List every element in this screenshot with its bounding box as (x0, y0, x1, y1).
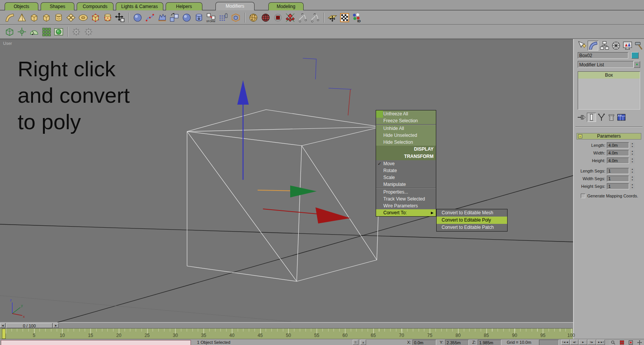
menu-item-properties[interactable]: Properties... (376, 189, 436, 196)
edit-patch-icon[interactable] (309, 12, 320, 23)
zoom-icon[interactable] (609, 340, 617, 345)
width-segs-spinner[interactable]: ▲▼ (630, 176, 635, 182)
configure-modifier-sets-icon[interactable] (617, 113, 626, 122)
spray-icon[interactable] (218, 12, 229, 23)
menu-item-hide-unselected[interactable]: Hide Unselected (376, 132, 436, 139)
modify-tab-icon[interactable] (588, 41, 598, 51)
menu-item-rotate[interactable]: Rotate (376, 167, 436, 174)
tab-lights-cameras[interactable]: Lights & Cameras (116, 2, 163, 10)
y-coord-field[interactable]: 2.355m (445, 340, 469, 345)
camera-map-icon[interactable] (260, 12, 271, 23)
x-coord-field[interactable]: 0.0m (412, 340, 436, 345)
menu-item-convert-editable-patch[interactable]: Convert to Editable Patch (437, 224, 507, 231)
edit-spline-icon[interactable] (297, 12, 308, 23)
menu-item-freeze-selection[interactable]: Freeze Selection (376, 117, 436, 124)
rollout-collapse-button[interactable]: - (578, 134, 582, 138)
menu-header-transform[interactable]: TRANSFORM (376, 153, 436, 160)
menu-item-hide-selection[interactable]: Hide Selection (376, 139, 436, 146)
playback-button[interactable]: ►►I (596, 340, 605, 345)
xform-gizmo-icon[interactable] (114, 12, 126, 23)
parameters-rollout-header[interactable]: - Parameters (577, 133, 641, 140)
show-end-result-icon[interactable] (587, 113, 596, 122)
unwrap-uvw-icon[interactable] (339, 12, 350, 23)
noise-icon[interactable] (41, 12, 52, 23)
width-spinner[interactable]: ▲▼ (630, 150, 635, 156)
next-frame-button[interactable]: ► (53, 323, 59, 328)
motion-tab-icon[interactable] (611, 41, 621, 51)
move-gizmo[interactable] (237, 80, 350, 223)
display-tab-icon[interactable] (622, 41, 633, 51)
menu-header-display[interactable]: DISPLAY (376, 146, 436, 153)
menu-item-unhide-all[interactable]: Unhide All (376, 125, 436, 132)
height-field[interactable]: 4.0m (607, 158, 629, 164)
playback-button[interactable]: ◄I (570, 340, 578, 345)
spherify-icon[interactable] (181, 12, 192, 23)
gizmo-y-arrowhead[interactable] (290, 186, 317, 197)
zoom-extents-icon[interactable] (626, 340, 635, 345)
menu-item-unfreeze-all[interactable]: Unfreeze All (376, 110, 436, 117)
material-id-icon[interactable] (351, 12, 363, 23)
menu-item-scale[interactable]: Scale (376, 174, 436, 181)
length-field[interactable]: 4.0m (607, 142, 629, 148)
relax-icon[interactable] (65, 12, 77, 23)
tab-modifiers[interactable]: Modifiers (215, 2, 255, 10)
stretch-icon[interactable] (53, 12, 64, 23)
pin-stack-icon[interactable] (577, 113, 586, 122)
pivot-point-icon[interactable] (16, 26, 28, 38)
utilities-tab-icon[interactable] (634, 41, 644, 51)
render-preview-icon[interactable] (53, 26, 64, 38)
xform-icon[interactable] (205, 12, 217, 23)
lattice-cylinder-icon[interactable] (102, 12, 113, 23)
maxscript-mini-listener[interactable] (1, 340, 191, 345)
selection-lock-icon[interactable]: ⚿ (353, 340, 358, 345)
menu-item-convert-editable-mesh[interactable]: Convert to Editable Mesh (437, 209, 507, 217)
zoom-all-icon[interactable] (618, 340, 626, 345)
generate-mapping-coords-checkbox[interactable] (581, 194, 585, 198)
box-wireframe[interactable] (187, 110, 381, 281)
width-segs-field[interactable]: 1 (607, 176, 629, 182)
angle-snap-icon[interactable] (28, 26, 40, 38)
vertex-paint-icon[interactable] (272, 12, 284, 23)
absolute-mode-icon[interactable]: a (360, 340, 366, 345)
remove-modifier-icon[interactable] (607, 113, 616, 122)
track-bar-frame-indicator[interactable] (2, 329, 6, 339)
make-unique-icon[interactable] (597, 113, 606, 122)
menu-item-manipulate[interactable]: Manipulate (376, 181, 436, 188)
tab-helpers[interactable]: Helpers (166, 2, 202, 10)
mirror-icon[interactable] (169, 12, 180, 23)
tab-modeling[interactable]: Modeling (268, 2, 304, 10)
ripple-icon[interactable] (77, 12, 89, 23)
squeeze-icon[interactable] (193, 12, 205, 23)
spline-ik-icon[interactable] (144, 12, 156, 23)
track-bar[interactable]: 5101520253035404550556065707580859095100 (0, 328, 573, 339)
gizmo-x-arrowhead[interactable] (315, 207, 350, 223)
uvw-map-icon[interactable] (327, 12, 338, 23)
create-tab-icon[interactable] (576, 41, 587, 51)
dropdown-arrow-icon[interactable]: ▼ (634, 61, 640, 68)
wire-box-icon[interactable] (4, 26, 15, 38)
width-field[interactable]: 4.0m (607, 150, 629, 156)
playback-button[interactable]: I► (588, 340, 596, 345)
hierarchy-tab-icon[interactable] (599, 41, 610, 51)
object-name-field[interactable]: Box02 (578, 52, 628, 59)
tab-objects[interactable]: Objects (5, 2, 38, 10)
height-spinner[interactable]: ▲▼ (630, 158, 635, 164)
modifier-stack[interactable]: Box (578, 71, 640, 110)
length-segs-field[interactable]: 1 (607, 168, 629, 174)
tab-compounds[interactable]: Compounds (77, 2, 113, 10)
z-coord-field[interactable]: 1.985m (478, 340, 501, 345)
menu-item-convert-editable-poly[interactable]: Convert to Editable Poly (437, 217, 507, 224)
menu-item-move[interactable]: ✓ Move (376, 160, 436, 167)
pan-icon[interactable] (635, 340, 644, 345)
tab-shapes[interactable]: Shapes (41, 2, 74, 10)
modifier-list-dropdown[interactable]: Modifier List (578, 61, 634, 68)
taper-icon[interactable] (16, 12, 28, 23)
gizmo-z-arrowhead[interactable] (237, 80, 249, 105)
camera-correct-icon[interactable] (132, 12, 143, 23)
length-segs-spinner[interactable]: ▲▼ (630, 168, 635, 174)
bend-icon[interactable] (4, 12, 15, 23)
ffd-icon[interactable] (156, 12, 168, 23)
menu-item-track-view[interactable]: Track View Selected (376, 196, 436, 202)
twist-icon[interactable] (28, 12, 40, 23)
time-tag-field[interactable] (539, 340, 559, 345)
